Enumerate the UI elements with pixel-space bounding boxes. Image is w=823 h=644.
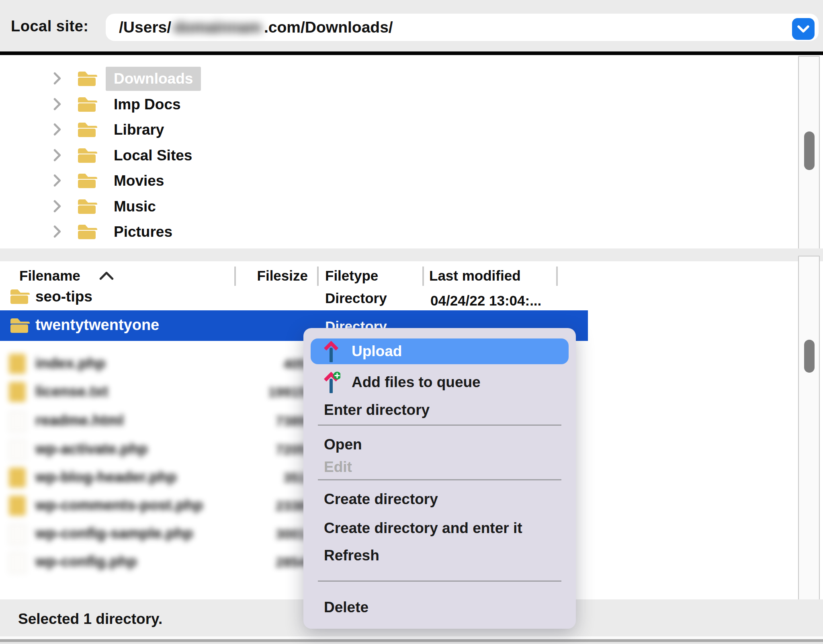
tree-item-local-sites[interactable]: Local Sites	[0, 143, 764, 168]
tree-scrollbar-thumb[interactable]	[804, 131, 815, 170]
sort-ascending-icon	[99, 271, 114, 281]
file-modified: 04/24/22 13:04:...	[430, 293, 541, 309]
file-yellow-icon	[9, 468, 26, 488]
menu-item-label: Create directory	[324, 491, 438, 508]
file-name: wp-config.php	[35, 553, 137, 570]
menu-item-label: Add files to queue	[352, 374, 481, 391]
expand-chevron-icon[interactable]	[52, 72, 63, 85]
file-name: index.php	[35, 355, 106, 372]
file-pale-icon	[9, 439, 27, 461]
column-header-modified[interactable]: Last modified	[429, 268, 521, 284]
expand-chevron-icon[interactable]	[52, 174, 63, 187]
file-size: 7389	[217, 413, 306, 429]
pane-divider	[0, 51, 823, 55]
menu-item-label: Enter directory	[324, 402, 430, 418]
file-size: 7205	[217, 442, 306, 457]
menu-item-label: Edit	[324, 459, 352, 476]
file-size: 19915	[217, 384, 306, 400]
file-size: 2338	[217, 498, 306, 514]
upload-icon	[322, 340, 340, 362]
folder-icon	[9, 287, 30, 306]
tree-item-pictures[interactable]: Pictures	[0, 219, 764, 245]
folder-icon	[76, 146, 97, 164]
file-list-scrollbar-thumb[interactable]	[804, 340, 815, 373]
menu-item-label: Upload	[352, 343, 402, 360]
local-site-dropdown-button[interactable]	[792, 18, 815, 40]
tree-item-imp-docs[interactable]: Imp Docs	[0, 92, 764, 117]
menu-item-enter-directory[interactable]: Enter directory	[311, 397, 569, 423]
column-divider[interactable]	[422, 267, 424, 286]
menu-separator	[318, 479, 561, 480]
tree-scrollbar-track[interactable]	[798, 56, 820, 250]
file-name: wp-blog-header.php	[35, 469, 176, 486]
column-header-filename[interactable]: Filename	[19, 268, 80, 284]
menu-item-open[interactable]: Open	[311, 432, 569, 457]
tree-item-library[interactable]: Library	[0, 117, 764, 143]
menu-item-edit: Edit	[311, 454, 569, 480]
add-to-queue-icon	[322, 371, 340, 393]
directory-tree: Downloads Imp Docs Library Local Sites M…	[0, 55, 823, 248]
file-name: readme.html	[35, 412, 124, 429]
file-name: seo-tips	[35, 288, 92, 305]
menu-item-label: Create directory and enter it	[324, 520, 522, 537]
file-size: 351	[217, 470, 306, 486]
context-menu: Upload Add files to queue Enter director…	[303, 328, 576, 629]
file-pale-icon	[9, 552, 27, 574]
expand-chevron-icon[interactable]	[52, 97, 63, 111]
folder-icon	[76, 171, 97, 190]
file-size: 405	[217, 356, 306, 372]
menu-item-label: Delete	[324, 599, 369, 616]
file-name: twentytwentyone	[35, 316, 159, 334]
column-header-filetype[interactable]: Filetype	[325, 268, 378, 284]
bottom-strip	[0, 642, 823, 644]
menu-item-refresh[interactable]: Refresh	[311, 543, 569, 568]
expand-chevron-icon[interactable]	[52, 199, 63, 213]
tree-item-label: Library	[106, 118, 172, 142]
file-manager-local-pane: Local site: /Users/domainnam.com/Downloa…	[0, 0, 823, 644]
folder-icon	[76, 120, 97, 139]
file-name: wp-config-sample.php	[35, 525, 193, 542]
path-blurred-domain: domainnam	[174, 18, 262, 36]
path-suffix: .com/Downloads/	[264, 18, 393, 36]
folder-icon	[76, 197, 97, 215]
chevron-down-icon	[796, 25, 810, 33]
tree-item-label: Local Sites	[106, 144, 200, 168]
menu-item-create-directory[interactable]: Create directory	[311, 486, 569, 512]
local-site-path-input[interactable]: /Users/domainnam.com/Downloads/	[106, 14, 819, 41]
menu-item-delete[interactable]: Delete	[311, 595, 569, 620]
file-name: wp-activate.php	[35, 441, 148, 457]
column-header-filesize[interactable]: Filesize	[240, 268, 308, 284]
file-yellow-icon	[9, 496, 26, 516]
status-text: Selected 1 directory.	[18, 611, 162, 628]
column-divider[interactable]	[556, 267, 558, 286]
expand-chevron-icon[interactable]	[52, 148, 63, 162]
tree-item-downloads[interactable]: Downloads	[0, 66, 764, 92]
tree-item-label: Imp Docs	[106, 92, 189, 117]
menu-item-label: Open	[324, 436, 362, 453]
menu-item-create-directory-and-enter[interactable]: Create directory and enter it	[311, 515, 569, 541]
column-divider[interactable]	[317, 267, 319, 286]
file-size: 3001	[217, 526, 306, 542]
file-yellow-icon	[9, 382, 26, 402]
path-prefix: /Users/	[119, 18, 171, 36]
menu-separator	[318, 425, 561, 426]
menu-item-add-files-to-queue[interactable]: Add files to queue	[311, 369, 569, 395]
tree-item-label: Music	[106, 195, 164, 219]
file-type: Directory	[325, 290, 387, 306]
column-divider[interactable]	[234, 267, 236, 286]
menu-item-label: Refresh	[324, 547, 379, 564]
expand-chevron-icon[interactable]	[52, 123, 63, 136]
file-pale-icon	[9, 411, 27, 433]
folder-icon	[76, 222, 97, 241]
file-list-scrollbar-track[interactable]	[798, 256, 820, 602]
menu-item-upload[interactable]: Upload	[311, 338, 569, 364]
local-site-label: Local site:	[11, 18, 88, 35]
tree-item-label: Pictures	[106, 220, 180, 244]
tree-item-music[interactable]: Music	[0, 194, 764, 219]
expand-chevron-icon[interactable]	[52, 225, 63, 238]
file-name: license.txt	[35, 383, 108, 400]
file-name: wp-comments-post.php	[35, 497, 203, 514]
tree-item-movies[interactable]: Movies	[0, 168, 764, 194]
file-row-seo-tips[interactable]: seo-tips Directory 04/24/22 13:04:...	[0, 284, 823, 310]
tree-item-label: Movies	[106, 169, 172, 193]
